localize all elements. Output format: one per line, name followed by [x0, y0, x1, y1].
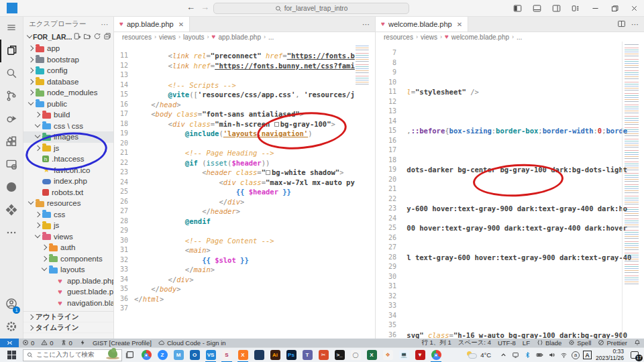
status-cloud-code[interactable]: Cloud Code - Sign in — [155, 339, 229, 347]
code-line-32[interactable]: 32 {{ $slot }} — [114, 255, 375, 265]
code-line-28[interactable]: 28 @endif — [114, 217, 375, 227]
tree-item-build[interactable]: build — [23, 109, 113, 121]
tray-network[interactable] — [559, 351, 568, 360]
code-line-26[interactable]: 26 — [376, 233, 644, 243]
status-warnings[interactable]: 0 — [38, 339, 56, 347]
code-line-32[interactable]: 32 — [376, 292, 644, 302]
code-line-12[interactable]: 12 <link href="https://fonts.bunny.net/c… — [114, 61, 375, 71]
code-line-18[interactable]: 18 <div class="min-h-screen bg-gray-100"… — [114, 119, 375, 129]
explorer-more-button[interactable]: ⋯ — [101, 20, 109, 28]
breadcrumb-item[interactable]: resources — [384, 34, 413, 41]
editor-actions-more[interactable]: ⋯ — [631, 20, 639, 29]
code-line-12[interactable]: 12 — [376, 97, 644, 107]
breadcrumb-item[interactable]: ... — [268, 34, 274, 41]
activity-extensions[interactable] — [0, 131, 23, 154]
code-line-15[interactable]: 15 ,::before{box-sizing:border-box;borde… — [376, 126, 644, 136]
code-line-33[interactable]: 33 — [376, 301, 644, 311]
toggle-primary-sidebar-button[interactable] — [508, 0, 527, 17]
code-line-18[interactable]: 18 — [376, 156, 644, 166]
taskbar-clock[interactable]: 0:33 2023/11/26 — [596, 349, 624, 362]
customize-layout-button[interactable] — [566, 0, 586, 17]
code-line-17[interactable]: 17 — [376, 145, 644, 156]
code-line-13[interactable]: 13 — [114, 70, 375, 80]
weather-widget[interactable]: 4°C — [466, 351, 491, 359]
code-line-9[interactable]: 9 — [376, 68, 644, 78]
tree-item-public[interactable]: public — [23, 99, 113, 110]
tray-speaker[interactable] — [547, 351, 556, 360]
code-line-29[interactable]: 29 — [114, 226, 375, 236]
taskbar-teams[interactable]: T — [299, 348, 315, 362]
tree-item-js[interactable]: js — [23, 220, 113, 231]
status-lightning[interactable] — [76, 339, 89, 347]
code-line-10[interactable]: 10 — [376, 78, 644, 88]
activity-more[interactable] — [0, 222, 23, 245]
code-line-23[interactable]: 23 y-600 hover:text-gray-900 dark:text-g… — [376, 204, 644, 214]
taskbar-search-input[interactable]: ここに入力して検索 — [23, 349, 122, 361]
workspace-section-header[interactable]: FOR_LAR... — [23, 31, 113, 43]
code-line-34[interactable]: 34 — [376, 311, 644, 321]
activity-remote-explorer[interactable] — [0, 154, 23, 176]
tree-item-app.blade.php[interactable]: ♥app.blade.php — [23, 276, 113, 287]
breadcrumb-item[interactable]: views — [421, 34, 437, 41]
minimap[interactable] — [354, 42, 374, 339]
code-line-7[interactable]: 7 — [376, 48, 644, 58]
close-button[interactable] — [625, 0, 644, 17]
status-eol[interactable]: LF — [519, 339, 533, 347]
tree-item-components[interactable]: components — [23, 253, 113, 265]
breadcrumb-item[interactable]: layouts — [183, 34, 205, 41]
code-line-25[interactable]: 25 00 hover:text-gray-900 dark:text-gray… — [376, 223, 644, 233]
split-editor-button[interactable] — [617, 19, 626, 29]
status-language-mode[interactable]: Blade — [533, 339, 565, 347]
code-line-23[interactable]: 23 <header class="bg-white shadow"> — [114, 168, 375, 178]
taskbar-shapes-app[interactable]: ❖ — [380, 348, 396, 362]
code-line-27[interactable]: 27 — [376, 243, 644, 253]
code-line-22[interactable]: 22 @if (isset($header)) — [114, 158, 375, 168]
activity-settings[interactable] — [0, 316, 23, 339]
tree-item-favicon.ico[interactable]: ★favicon.ico — [23, 165, 113, 176]
section-タイムライン[interactable]: タイムライン — [23, 322, 113, 333]
tree-item-css-css[interactable]: css \ css — [23, 121, 113, 132]
tree-item-navigation.bla...[interactable]: ♥navigation.bla... — [23, 298, 113, 309]
tree-item-database[interactable]: database — [23, 76, 113, 88]
code-line-11[interactable]: 11 <link rel="preconnect" href="https://… — [114, 51, 375, 61]
minimap[interactable] — [622, 42, 644, 339]
breadcrumb-item[interactable]: app.blade.php — [219, 34, 261, 41]
tray-display[interactable] — [511, 351, 520, 360]
code-line-20[interactable]: 20 — [114, 139, 375, 149]
code-editor-app-blade[interactable]: 11 <link rel="preconnect" href="https://… — [114, 42, 375, 339]
activity-menu[interactable] — [0, 17, 23, 40]
tree-item-js[interactable]: js — [23, 143, 113, 154]
code-editor-welcome-blade[interactable]: 7891011 l="stylesheet" />12131415 ,::bef… — [376, 42, 644, 339]
code-line-36[interactable]: 36</html> — [114, 294, 375, 304]
code-line-30[interactable]: 30 <!-- Page Content --> — [114, 236, 375, 246]
tree-item-guest.blade.php[interactable]: ♥guest.blade.php — [23, 286, 113, 298]
code-line-14[interactable]: 14 <!-- Scripts --> — [114, 80, 375, 90]
tree-item-config[interactable]: config — [23, 65, 113, 76]
code-line-13[interactable]: 13 — [376, 107, 644, 117]
breadcrumb-item[interactable]: views — [159, 34, 176, 41]
code-line-33[interactable]: 33 </main> — [114, 265, 375, 275]
code-line-24[interactable]: 24 <div class="max-w-7xl mx-auto py — [114, 178, 375, 188]
status-gist[interactable]: GIST [Create Profile] — [89, 339, 155, 347]
activity-extension-diamond[interactable] — [0, 199, 23, 222]
tab-app-blade[interactable]: ♥ app.blade.php ✕ — [114, 17, 190, 32]
tray-ime-A[interactable]: A — [583, 351, 592, 359]
breadcrumb-item[interactable]: ... — [517, 34, 522, 41]
code-line-35[interactable]: 35 </body> — [114, 284, 375, 294]
activity-search[interactable] — [0, 62, 23, 85]
breadcrumb[interactable]: resources›views›layouts›♥app.blade.php›.… — [114, 32, 375, 42]
tree-item-app[interactable]: app — [23, 43, 113, 54]
collapse-all-icon[interactable] — [103, 32, 111, 42]
start-button[interactable] — [0, 348, 23, 362]
breadcrumb-item[interactable]: welcome.blade.php — [451, 34, 509, 41]
taskbar-chrome-2[interactable] — [428, 348, 444, 362]
tab-close-icon[interactable]: ✕ — [457, 21, 462, 28]
code-line-36[interactable]: 36 svg" class="h-16 w-auto bg-gray-100 d… — [376, 330, 644, 339]
tray-ime-a[interactable]: a — [572, 351, 580, 359]
taskbar-snip[interactable]: ✂ — [315, 348, 331, 362]
code-line-30[interactable]: 30 — [376, 272, 644, 282]
code-line-17[interactable]: 17 <body class="font-sans antialiased"> — [114, 109, 375, 119]
taskbar-vscode[interactable]: VS — [203, 348, 219, 362]
new-folder-icon[interactable] — [83, 32, 91, 42]
notification-center-button[interactable]: 17 — [628, 350, 641, 361]
